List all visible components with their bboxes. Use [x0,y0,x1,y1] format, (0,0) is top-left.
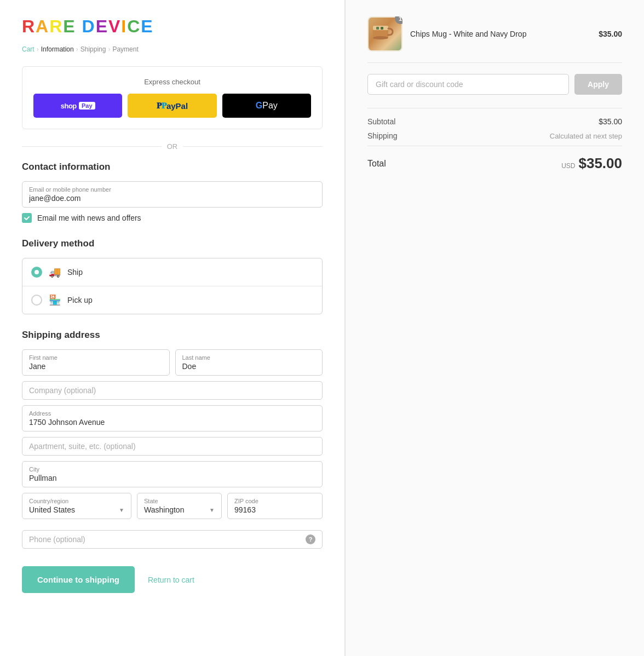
delivery-options: 🚚 Ship 🏪 Pick up [22,258,323,314]
company-field-wrapper [22,381,323,400]
total-value: $35.00 [578,155,622,172]
last-name-field-wrapper: Last name [175,349,323,376]
zip-input[interactable] [234,505,315,514]
checkmark-icon [24,215,30,221]
city-label: City [29,466,315,473]
subtotal-label: Subtotal [367,117,395,126]
paypal-icon: 𝐏 [157,101,162,111]
action-row: Continue to shipping Return to cart [22,566,323,593]
cart-item-image: 1 [367,16,403,51]
phone-input[interactable] [29,535,315,544]
pickup-icon: 🏪 [49,294,61,306]
logo: RARE DEVICE [22,16,323,37]
contact-section: Contact information Email or mobile phon… [22,162,323,223]
delivery-ship-option[interactable]: 🚚 Ship [22,258,322,286]
city-field-wrapper: City [22,461,323,487]
contact-title: Contact information [22,162,323,172]
express-checkout-title: Express checkout [33,78,311,86]
grand-total-label: Total [367,159,386,169]
newsletter-checkbox[interactable] [22,213,32,223]
address-label: Address [29,410,315,417]
breadcrumb-sep-3: › [108,45,110,53]
breadcrumb-information: Information [41,45,74,53]
email-field-wrapper: Email or mobile phone number [22,181,323,208]
breadcrumb-sep-2: › [76,45,78,53]
shipping-row: Shipping Calculated at next step [367,131,622,140]
pickup-radio[interactable] [31,295,42,306]
zip-label: ZIP code [234,498,315,504]
cart-item-price: $35.00 [599,30,622,38]
express-checkout-section: Express checkout shop Pay 𝐏𝐏ayPal G Pay [22,66,323,129]
shipping-label: Shipping [367,131,398,140]
first-name-field-wrapper: First name [22,349,170,376]
newsletter-label: Email me with news and offers [37,214,141,222]
gpay-button[interactable]: G Pay [222,94,311,118]
state-field-wrapper: State Washington ▼ [137,493,222,519]
breadcrumb-cart[interactable]: Cart [22,45,34,53]
delivery-pickup-option[interactable]: 🏪 Pick up [22,286,322,314]
cart-item-info: Chips Mug - White and Navy Drop [410,30,591,38]
first-name-label: First name [29,354,163,361]
apply-button[interactable]: Apply [574,74,622,95]
address-field-wrapper: Address [22,405,323,431]
zip-field-wrapper: ZIP code [227,493,323,519]
discount-row: Apply [367,74,622,95]
totals-section: Subtotal $35.00 Shipping Calculated at n… [367,108,622,172]
subtotal-row: Subtotal $35.00 [367,117,622,126]
svg-point-2 [373,36,388,39]
google-g-icon: G [256,101,262,111]
subtotal-value: $35.00 [599,117,622,126]
apt-input[interactable] [29,442,315,451]
country-select-wrapper: United States ▼ [29,505,124,514]
name-row: First name Last name [22,349,323,376]
pickup-label: Pick up [67,296,93,304]
express-buttons: shop Pay 𝐏𝐏ayPal G Pay [33,94,311,118]
paypal-button[interactable]: 𝐏𝐏ayPal [128,94,216,118]
return-to-cart-link[interactable]: Return to cart [148,576,194,584]
phone-field-wrapper: ? [22,530,323,549]
country-label: Country/region [29,498,124,504]
phone-help-icon[interactable]: ? [306,534,315,544]
newsletter-row: Email me with news and offers [22,213,323,223]
shipping-value: Calculated at next step [550,132,622,140]
svg-rect-4 [381,27,383,30]
breadcrumb-payment: Payment [112,45,138,53]
last-name-label: Last name [182,354,316,361]
company-input[interactable] [29,386,315,395]
country-select[interactable]: United States [29,505,124,514]
state-select-wrapper: Washington ▼ [144,505,215,514]
shop-pay-icon: shop [61,102,77,110]
address-input[interactable] [29,418,315,427]
address-section: Shipping address First name Last name Ad [22,330,323,549]
delivery-title: Delivery method [22,238,323,249]
first-name-input[interactable] [29,362,163,371]
email-label: Email or mobile phone number [29,186,315,193]
or-divider: OR [22,142,323,151]
breadcrumb: Cart › Information › Shipping › Payment [22,45,323,53]
left-panel: RARE DEVICE Cart › Information › Shippin… [0,0,345,656]
state-select[interactable]: Washington [144,505,215,514]
cart-item: 1 Chips Mug - White and Navy Drop $35.00 [367,16,622,63]
address-title: Shipping address [22,330,323,341]
last-name-input[interactable] [182,362,316,371]
breadcrumb-sep-1: › [37,45,39,53]
delivery-section: Delivery method 🚚 Ship 🏪 Pick up [22,238,323,314]
svg-rect-3 [376,27,379,30]
state-label: State [144,498,215,504]
ship-label: Ship [67,268,83,277]
cart-item-name: Chips Mug - White and Navy Drop [410,30,591,38]
ship-icon: 🚚 [49,266,61,278]
breadcrumb-shipping: Shipping [81,45,106,53]
discount-input[interactable] [367,74,569,95]
country-state-zip-row: Country/region United States ▼ State Was… [22,493,323,525]
city-input[interactable] [29,474,315,482]
country-field-wrapper: Country/region United States ▼ [22,493,131,519]
mug-illustration [369,18,396,45]
ship-radio[interactable] [31,267,42,278]
email-input[interactable] [29,194,315,203]
shop-pay-button[interactable]: shop Pay [33,94,122,118]
grand-total-row: Total USD $35.00 [367,146,622,172]
continue-to-shipping-button[interactable]: Continue to shipping [22,566,135,593]
right-panel: 1 Chips Mug - White and Navy Drop $35.00… [345,0,644,656]
apt-field-wrapper [22,437,323,456]
